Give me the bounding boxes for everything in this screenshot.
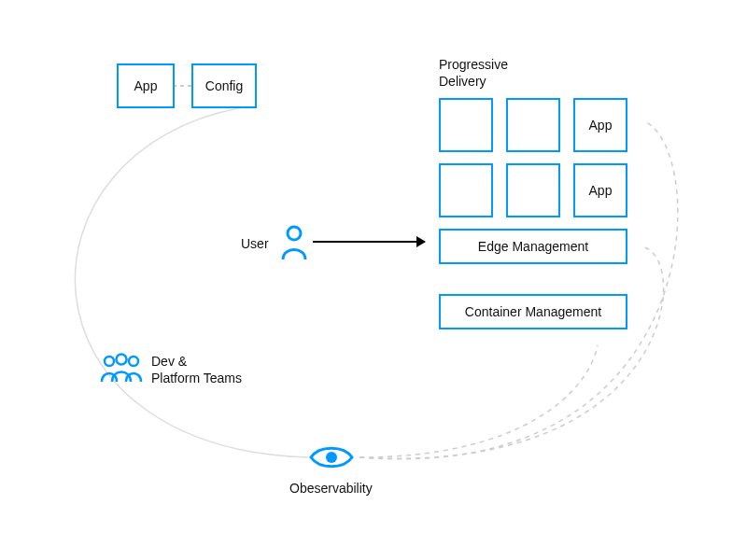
edge-management-label: Edge Management [478, 239, 588, 254]
svg-point-1 [105, 357, 114, 366]
pd-box-6-label: App [589, 183, 613, 198]
connector-curves [0, 0, 747, 560]
pd-box-3-app: App [573, 98, 627, 152]
eye-icon [308, 443, 355, 471]
edge-management-box: Edge Management [439, 229, 627, 264]
pd-box-3-label: App [589, 118, 613, 133]
config-box-label: Config [205, 78, 243, 93]
observability-label: Obeservability [289, 481, 373, 496]
pd-box-2 [506, 98, 560, 152]
container-management-box: Container Management [439, 294, 627, 329]
app-box: App [117, 63, 175, 108]
dev-platform-teams-label: Dev & Platform Teams [151, 353, 273, 386]
config-box: Config [191, 63, 257, 108]
svg-point-4 [326, 452, 337, 463]
user-to-edge-arrow [313, 241, 425, 243]
container-management-label: Container Management [465, 304, 601, 319]
pd-box-6-app: App [573, 163, 627, 217]
team-icon [98, 350, 145, 387]
svg-point-3 [129, 357, 138, 366]
user-icon [280, 224, 308, 261]
user-label: User [241, 236, 269, 251]
progressive-delivery-label: Progressive Delivery [439, 56, 551, 90]
svg-point-0 [288, 227, 301, 240]
svg-point-2 [117, 355, 127, 365]
pd-box-4 [439, 163, 493, 217]
pd-box-1 [439, 98, 493, 152]
pd-box-5 [506, 163, 560, 217]
app-box-label: App [134, 78, 158, 93]
